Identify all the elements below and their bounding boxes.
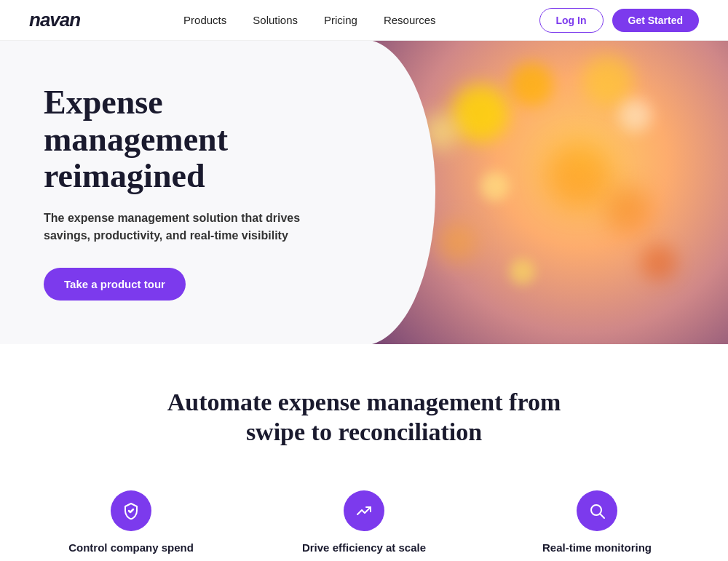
navbar-actions: Log In Get Started [539, 8, 699, 33]
product-tour-button[interactable]: Take a product tour [44, 268, 186, 301]
logo-text: navan [29, 9, 80, 31]
features-grid: Control company spend Eliminate out-of-p… [29, 490, 699, 561]
search-icon [588, 502, 606, 520]
feature-title-control: Control company spend [68, 541, 194, 554]
nav-link-resources[interactable]: Resources [384, 14, 436, 26]
hero-title: Expense management reimagined [44, 84, 335, 195]
automate-title: Automate expense management from swipe t… [164, 388, 564, 447]
hero-image [364, 41, 728, 344]
control-icon-circle [111, 490, 151, 531]
nav-link-pricing[interactable]: Pricing [324, 14, 357, 26]
hero-content: Expense management reimagined The expens… [0, 41, 379, 344]
feature-item-monitoring: Real-time monitoring Track and monitor e… [495, 490, 699, 561]
feature-title-monitoring: Real-time monitoring [542, 541, 652, 554]
logo: navan [29, 9, 80, 31]
login-button[interactable]: Log In [539, 8, 604, 33]
features-section: Control company spend Eliminate out-of-p… [0, 461, 728, 561]
automate-section: Automate expense management from swipe t… [0, 344, 728, 462]
efficiency-icon-circle [344, 490, 384, 531]
nav-item-pricing[interactable]: Pricing [324, 14, 357, 27]
feature-title-efficiency: Drive efficiency at scale [302, 541, 426, 554]
hero-section: Expense management reimagined The expens… [0, 41, 728, 344]
nav-menu: Products Solutions Pricing Resources [183, 14, 435, 27]
nav-item-resources[interactable]: Resources [384, 14, 436, 27]
nav-item-products[interactable]: Products [183, 14, 226, 27]
nav-link-products[interactable]: Products [183, 14, 226, 26]
shield-icon [122, 502, 140, 520]
nav-link-solutions[interactable]: Solutions [253, 14, 298, 26]
svg-line-1 [601, 514, 605, 519]
hero-image-overlay [364, 41, 728, 344]
feature-item-control: Control company spend Eliminate out-of-p… [29, 490, 233, 561]
get-started-button[interactable]: Get Started [612, 9, 699, 32]
navbar: navan Products Solutions Pricing Resourc… [0, 0, 728, 41]
monitoring-icon-circle [577, 490, 617, 531]
hero-subtitle: The expense management solution that dri… [44, 210, 306, 244]
trend-up-icon [355, 502, 373, 520]
nav-item-solutions[interactable]: Solutions [253, 14, 298, 27]
feature-item-efficiency: Drive efficiency at scale Automate recon… [262, 490, 466, 561]
